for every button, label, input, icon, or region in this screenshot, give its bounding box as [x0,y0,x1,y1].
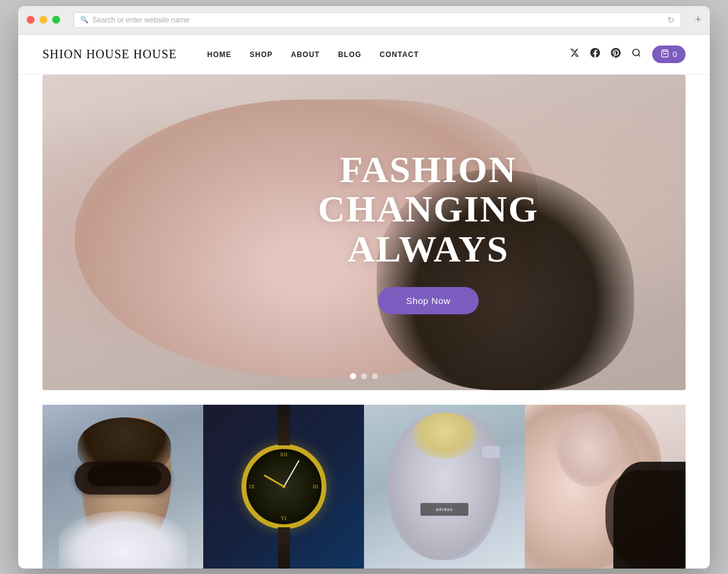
sport-image: adidas [364,405,525,569]
logo-thin: HOUSE [86,47,130,61]
search-icon: 🔍 [80,16,89,24]
maximize-button[interactable] [52,16,60,24]
product-card-watch[interactable]: XII III VI IX [203,405,364,569]
website-content: SHION HOUSE HOUSE HOME SHOP ABOUT BLOG C… [18,35,710,569]
cart-count: 0 [673,50,677,59]
nav-link-home[interactable]: HOME [207,50,231,59]
facebook-icon[interactable] [590,48,600,60]
browser-titlebar: 🔍 Search or enter website name ↻ + [18,6,710,35]
nav-link-shop[interactable]: SHOP [249,50,272,59]
hero-dots [350,373,378,379]
hero-title: FASHION CHANGING ALWAYS [318,150,539,268]
hero-title-line2: CHANGING [318,189,539,229]
hero-title-line3: ALWAYS [318,229,539,269]
nav-item-shop[interactable]: SHOP [249,49,272,59]
refresh-icon[interactable]: ↻ [667,15,675,25]
hero-title-line1: FASHION [318,150,539,189]
close-button[interactable] [27,16,35,24]
nav-item-about[interactable]: ABOUT [291,49,320,59]
svg-line-1 [638,55,640,56]
nav-link-blog[interactable]: BLOG [338,50,362,59]
browser-window: 🔍 Search or enter website name ↻ + SHION… [18,6,710,569]
navigation: SHION HOUSE HOUSE HOME SHOP ABOUT BLOG C… [18,35,710,75]
nav-item-contact[interactable]: CONTACT [380,49,419,59]
watch-numeral-12: XII [280,451,288,458]
pinterest-icon[interactable] [611,48,621,60]
nav-right: 0 [570,46,686,63]
site-logo[interactable]: SHION HOUSE HOUSE [42,47,177,61]
nav-item-home[interactable]: HOME [207,49,231,59]
watch-numeral-3: III [313,484,318,490]
product-grid: XII III VI IX [42,405,686,569]
address-bar[interactable]: 🔍 Search or enter website name ↻ [73,12,681,28]
watch-numeral-9: IX [249,484,255,490]
product-card-sport[interactable]: adidas [364,405,525,569]
minimize-button[interactable] [39,16,47,24]
cart-button[interactable]: 0 [652,46,686,63]
shop-now-button[interactable]: Shop Now [378,287,478,314]
watch-minute-hand [283,460,300,487]
hero-dot-2[interactable] [361,373,367,379]
sunglasses-image [42,405,203,569]
nav-link-contact[interactable]: CONTACT [380,50,419,59]
watch-numeral-6: VI [281,515,287,521]
logo-bold: SHION [42,47,83,61]
new-tab-button[interactable]: + [695,13,701,26]
address-text: Search or enter website name [92,16,189,24]
hero-dot-3[interactable] [372,373,378,379]
product-card-sunglasses[interactable] [42,405,203,569]
twitter-icon[interactable] [570,48,579,60]
satin-image [525,405,686,569]
nav-link-about[interactable]: ABOUT [291,50,320,59]
search-icon[interactable] [632,48,641,60]
nav-links: HOME SHOP ABOUT BLOG CONTACT [207,49,419,59]
hero-section: FASHION CHANGING ALWAYS Shop Now [42,75,686,390]
watch-hour-hand [263,474,284,487]
product-card-satin[interactable] [525,405,686,569]
hero-content: FASHION CHANGING ALWAYS Shop Now [318,150,539,314]
svg-point-0 [633,49,639,56]
hero-dot-1[interactable] [350,373,356,379]
logo-house: HOUSE [133,47,177,61]
watch-face: XII III VI IX [241,444,326,529]
nav-item-blog[interactable]: BLOG [338,49,362,59]
cart-icon [661,49,669,59]
